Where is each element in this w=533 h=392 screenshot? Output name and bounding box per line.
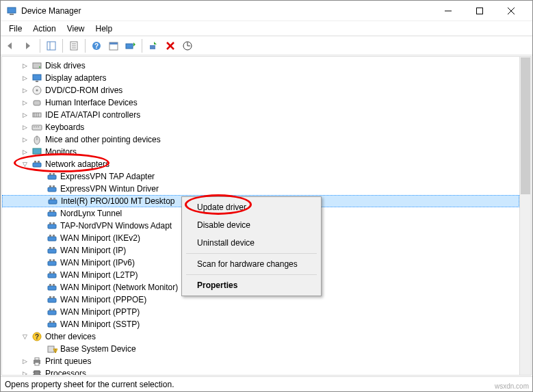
net-icon [47,270,57,280]
svg-rect-3 [477,8,483,14]
net-icon [31,159,42,170]
dvd-icon [31,85,42,96]
tree-node[interactable]: WAN Miniport (PPTP) [2,306,519,318]
tree-node-label: WAN Miniport (IKEv2) [60,233,140,243]
update-driver-button[interactable] [122,38,139,54]
svg-rect-47 [49,185,51,187]
ctx-separator [186,253,317,254]
tree-node[interactable]: ▷DVD/CD-ROM drives [2,84,519,96]
ctx-scan-hardware[interactable]: Scan for hardware changes [183,255,320,273]
ctx-separator [186,274,317,275]
expand-icon[interactable]: ▷ [21,62,29,70]
close-button[interactable] [495,1,527,21]
tree-node[interactable]: ▷Processors [2,367,519,376]
toolbar: ? [1,36,532,55]
forward-button[interactable] [21,38,37,54]
svg-text:?: ? [94,42,99,50]
tree-node[interactable]: ExpressVPN TAP Adapter [2,170,519,183]
back-button[interactable] [3,38,20,54]
tree-node-label: ExpressVPN Wintun Driver [60,184,159,194]
tree-node[interactable]: WAN Miniport (SSTP) [2,318,519,330]
ctx-disable-device[interactable]: Disable device [183,216,320,234]
menu-help[interactable]: Help [90,23,118,35]
context-menu: Update driver Disable device Uninstall d… [181,196,322,296]
svg-rect-75 [53,296,55,298]
tree-node[interactable]: ExpressVPN Wintun Driver [2,183,519,195]
enable-device-button[interactable] [145,38,161,54]
help-button[interactable]: ? [88,38,105,54]
tree-node-label: TAP-NordVPN Windows Adapt [60,221,172,231]
calendar-icon[interactable] [105,38,122,54]
menu-view[interactable]: View [62,23,90,35]
svg-rect-46 [48,187,56,192]
svg-rect-66 [53,259,55,261]
net-icon [47,220,57,231]
svg-rect-54 [53,210,55,212]
svg-rect-68 [49,272,51,274]
expand-icon[interactable]: ▷ [21,148,29,156]
menu-file[interactable]: File [3,23,27,35]
scroll-thumb[interactable] [521,57,530,194]
tree-node[interactable]: ▷Print queues [2,355,519,367]
minimize-button[interactable] [432,1,464,21]
tree-node[interactable]: ▷Keyboards [2,121,519,133]
toolbar-separator [40,39,40,53]
expand-icon[interactable]: ▷ [21,99,29,107]
expand-icon[interactable]: ▷ [21,370,29,376]
tree-node[interactable]: ▷Mice and other pointing devices [2,133,519,146]
svg-point-26 [36,90,38,92]
tree-node[interactable]: ▷Disk drives [2,60,519,72]
window-controls [432,1,527,21]
expand-icon[interactable]: ▷ [21,112,29,119]
maximize-button[interactable] [464,1,495,21]
properties-button[interactable] [66,38,82,54]
expand-icon[interactable]: ▷ [21,358,29,365]
tree-node-label: Print queues [45,356,91,366]
toolbar-separator [62,39,63,53]
svg-rect-84 [48,346,54,352]
uninstall-button[interactable] [162,38,179,54]
svg-rect-0 [8,8,16,13]
svg-rect-62 [49,247,51,249]
scan-hardware-button[interactable] [179,38,196,54]
toolbar-separator [142,39,142,53]
svg-rect-56 [49,222,51,224]
tree-node[interactable]: ▷IDE ATA/ATAPI controllers [2,109,519,121]
show-hide-console-button[interactable] [43,38,60,54]
expand-icon[interactable]: ▷ [21,136,29,144]
statusbar: Opens property sheet for the current sel… [1,376,532,391]
svg-rect-23 [33,75,41,80]
svg-rect-48 [53,185,55,187]
ctx-uninstall-device[interactable]: Uninstall device [183,234,320,252]
svg-rect-16 [126,44,133,49]
svg-rect-34 [36,127,37,127]
tree-node[interactable]: ▽?Other devices [2,330,519,343]
tree-node[interactable]: ▽Network adapters [2,158,519,170]
svg-rect-79 [48,323,56,327]
expand-icon[interactable]: ▷ [21,75,29,82]
ctx-update-driver[interactable]: Update driver [183,198,320,216]
svg-rect-65 [49,259,51,261]
tree-node[interactable]: !Base System Device [2,343,519,355]
ctx-properties[interactable]: Properties [183,276,320,294]
vertical-scrollbar[interactable] [519,57,531,375]
expand-icon[interactable]: ▷ [21,124,29,131]
svg-rect-64 [48,261,56,265]
tree-node-label: WAN Miniport (PPTP) [60,307,140,317]
svg-rect-24 [36,81,38,82]
tree-node-label: WAN Miniport (IPv6) [60,258,135,267]
tree-node[interactable]: ▷Human Interface Devices [2,96,519,109]
tree-node[interactable]: ▷Monitors [2,146,519,158]
svg-rect-60 [53,235,55,237]
expand-icon[interactable]: ▷ [21,87,29,94]
collapse-icon[interactable]: ▽ [21,333,29,341]
net-icon [47,208,57,219]
collapse-icon[interactable]: ▽ [21,161,29,168]
svg-rect-39 [35,155,39,156]
mouse-icon [31,134,42,145]
cpu-icon [31,368,42,376]
tree-node-label: IDE ATA/ATAPI controllers [45,110,140,120]
tree-node[interactable]: ▷Display adapters [2,72,519,84]
net-icon [47,245,57,256]
menu-action[interactable]: Action [27,23,61,35]
